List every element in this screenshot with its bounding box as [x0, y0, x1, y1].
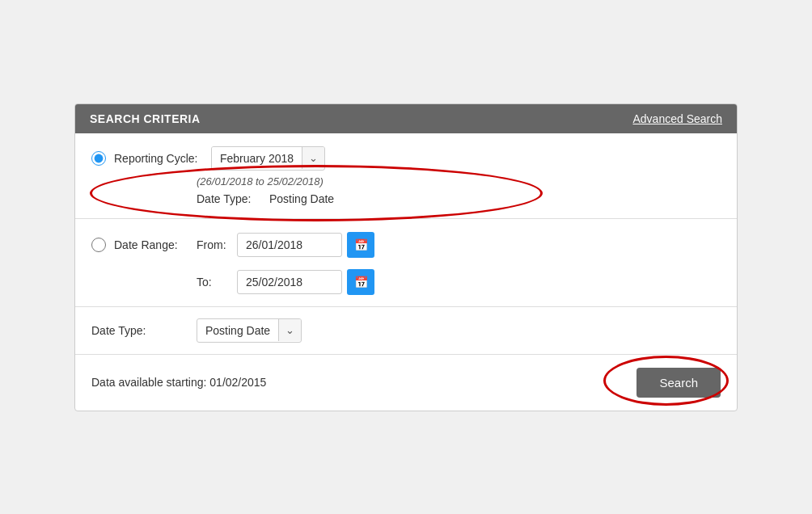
reporting-cycle-row: Reporting Cycle: February 2018 ⌄	[91, 146, 721, 171]
reporting-cycle-label: Reporting Cycle:	[114, 152, 211, 165]
date-to-row: To: 📅	[197, 269, 721, 295]
footer-row: Data available starting: 01/02/2015 Sear…	[75, 355, 737, 411]
advanced-search-link[interactable]: Advanced Search	[632, 112, 722, 125]
reporting-cycle-section: Reporting Cycle: February 2018 ⌄ (26/01/…	[75, 133, 737, 219]
reporting-date-type-row: Date Type: Posting Date	[197, 192, 721, 205]
panel-header: SEARCH CRITERIA Advanced Search	[75, 104, 737, 133]
data-available-text: Data available starting: 01/02/2015	[91, 376, 266, 389]
date-type-dropdown-value: Posting Date	[197, 319, 278, 342]
from-calendar-icon: 📅	[354, 238, 368, 251]
date-type-label: Date Type:	[91, 324, 197, 337]
to-label: To:	[197, 276, 237, 289]
to-date-input[interactable]	[237, 270, 342, 294]
reporting-cycle-radio[interactable]	[91, 151, 106, 166]
date-from-row: Date Range: From: 📅	[91, 232, 721, 258]
date-type-chevron[interactable]: ⌄	[278, 319, 301, 341]
reporting-cycle-dropdown[interactable]: February 2018 ⌄	[211, 146, 325, 171]
search-button[interactable]: Search	[636, 368, 721, 398]
date-type-label-reporting: Date Type:	[197, 192, 269, 205]
from-date-input[interactable]	[237, 233, 342, 257]
search-criteria-panel: SEARCH CRITERIA Advanced Search Reportin…	[74, 103, 738, 411]
to-calendar-button[interactable]: 📅	[347, 269, 374, 295]
date-range-label: Date Range:	[114, 238, 178, 251]
date-type-value-reporting: Posting Date	[269, 192, 334, 205]
from-calendar-button[interactable]: 📅	[347, 232, 374, 258]
date-range-section: Date Range: From: 📅 To: 📅	[75, 219, 737, 307]
reporting-cycle-value: February 2018	[212, 147, 302, 170]
to-calendar-icon: 📅	[354, 276, 368, 289]
date-type-dropdown[interactable]: Posting Date ⌄	[197, 318, 302, 343]
panel-title: SEARCH CRITERIA	[90, 112, 201, 125]
from-label: From:	[197, 238, 237, 251]
date-type-row: Date Type: Posting Date ⌄	[91, 318, 721, 343]
reporting-cycle-chevron[interactable]: ⌄	[302, 147, 324, 169]
date-range-radio[interactable]	[91, 238, 106, 252]
reporting-cycle-date-range: (26/01/2018 to 25/02/2018)	[197, 175, 721, 187]
date-type-section: Date Type: Posting Date ⌄	[75, 307, 737, 355]
